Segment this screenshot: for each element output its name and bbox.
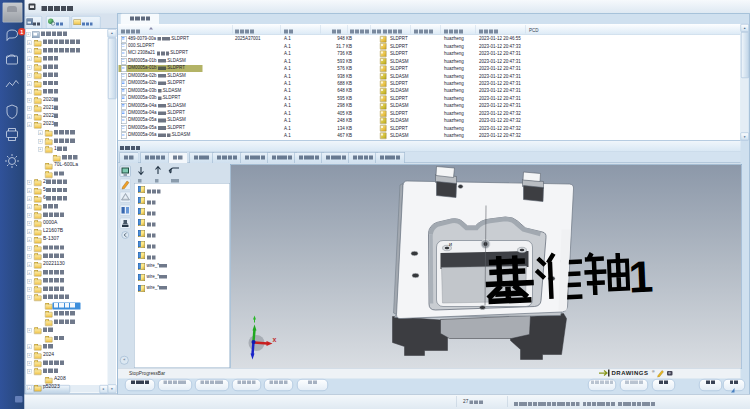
svg-text:и: и — [449, 241, 452, 247]
svg-text:DRAWINGS: DRAWINGS — [612, 370, 649, 376]
svg-text:x: x — [273, 336, 277, 343]
svg-text:1: 1 — [628, 252, 655, 302]
svg-text:®: ® — [652, 370, 655, 374]
